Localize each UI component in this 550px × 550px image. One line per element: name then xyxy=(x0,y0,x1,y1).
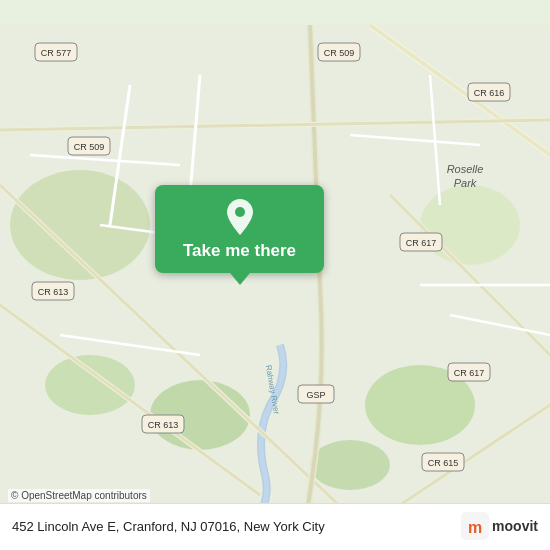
svg-text:CR 617: CR 617 xyxy=(454,368,485,378)
popup-pointer xyxy=(230,273,250,285)
svg-text:CR 613: CR 613 xyxy=(148,420,179,430)
svg-text:m: m xyxy=(468,519,482,536)
svg-text:Roselle: Roselle xyxy=(447,163,484,175)
address-text: 452 Lincoln Ave E, Cranford, NJ 07016, N… xyxy=(12,519,461,534)
svg-text:CR 615: CR 615 xyxy=(428,458,459,468)
take-me-there-button[interactable]: Take me there xyxy=(155,185,324,273)
svg-text:GSP: GSP xyxy=(306,390,325,400)
svg-point-6 xyxy=(420,185,520,265)
svg-text:CR 509: CR 509 xyxy=(324,48,355,58)
svg-text:Park: Park xyxy=(454,177,477,189)
svg-text:CR 509: CR 509 xyxy=(74,142,105,152)
svg-text:CR 616: CR 616 xyxy=(474,88,505,98)
map-container: CR 577 CR 509 CR 509 CR 616 Roselle Park… xyxy=(0,0,550,550)
moovit-icon: m xyxy=(461,512,489,540)
svg-point-4 xyxy=(310,440,390,490)
svg-text:CR 577: CR 577 xyxy=(41,48,72,58)
svg-text:CR 617: CR 617 xyxy=(406,238,437,248)
svg-text:CR 613: CR 613 xyxy=(38,287,69,297)
osm-attribution: © OpenStreetMap contributors xyxy=(8,489,150,502)
moovit-text: moovit xyxy=(492,518,538,534)
take-me-there-label: Take me there xyxy=(183,241,296,261)
svg-point-51 xyxy=(235,207,245,217)
take-me-there-container[interactable]: Take me there xyxy=(155,185,324,285)
svg-point-5 xyxy=(45,355,135,415)
moovit-logo: m moovit xyxy=(461,512,538,540)
info-bar: 452 Lincoln Ave E, Cranford, NJ 07016, N… xyxy=(0,503,550,550)
location-pin-icon xyxy=(224,199,256,235)
